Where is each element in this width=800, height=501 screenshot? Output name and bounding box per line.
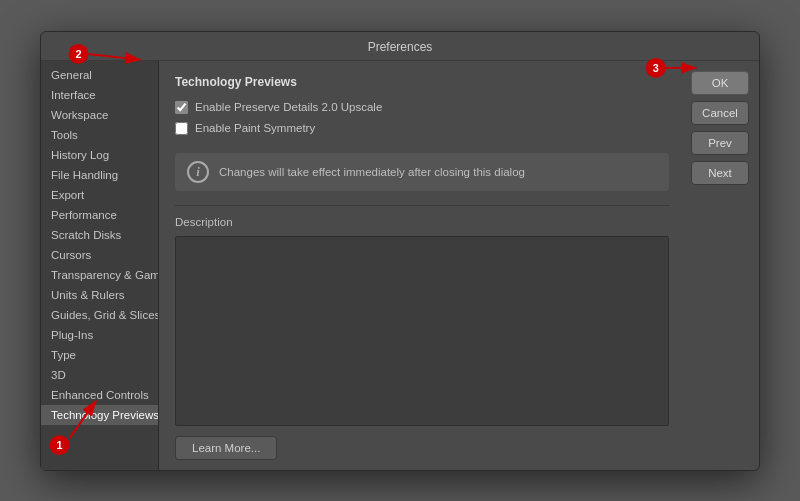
info-text: Changes will take effect immediately aft… <box>219 166 525 178</box>
dialog-body: GeneralInterfaceWorkspaceToolsHistory Lo… <box>41 61 759 470</box>
description-label: Description <box>175 216 669 228</box>
sidebar-item-general[interactable]: General <box>41 65 158 85</box>
ok-button[interactable]: OK <box>691 71 749 95</box>
prev-button[interactable]: Prev <box>691 131 749 155</box>
section-title: Technology Previews <box>175 75 669 89</box>
checkbox-paint-symmetry[interactable] <box>175 122 188 135</box>
learn-more-button[interactable]: Learn More... <box>175 436 277 460</box>
sidebar-item-technology-previews[interactable]: Technology Previews <box>41 405 158 425</box>
cancel-button[interactable]: Cancel <box>691 101 749 125</box>
sidebar-item-workspace[interactable]: Workspace <box>41 105 158 125</box>
info-icon: i <box>187 161 209 183</box>
checkbox-row-1: Enable Preserve Details 2.0 Upscale <box>175 101 669 114</box>
sidebar-item-guides--grid---slices[interactable]: Guides, Grid & Slices <box>41 305 158 325</box>
checkbox-preserve-details[interactable] <box>175 101 188 114</box>
sidebar-item-export[interactable]: Export <box>41 185 158 205</box>
checkbox-paint-symmetry-label: Enable Paint Symmetry <box>195 122 315 134</box>
main-content: Technology Previews Enable Preserve Deta… <box>159 61 685 470</box>
sidebar-item-transparency---gamut[interactable]: Transparency & Gamut <box>41 265 158 285</box>
sidebar: GeneralInterfaceWorkspaceToolsHistory Lo… <box>41 61 159 470</box>
sidebar-item-interface[interactable]: Interface <box>41 85 158 105</box>
preferences-dialog: Preferences GeneralInterfaceWorkspaceToo… <box>40 31 760 471</box>
checkbox-row-2: Enable Paint Symmetry <box>175 122 669 135</box>
sidebar-item-history-log[interactable]: History Log <box>41 145 158 165</box>
right-buttons-panel: OK Cancel Prev Next <box>685 61 759 470</box>
sidebar-item-enhanced-controls[interactable]: Enhanced Controls <box>41 385 158 405</box>
info-box: i Changes will take effect immediately a… <box>175 153 669 191</box>
sidebar-item-file-handling[interactable]: File Handling <box>41 165 158 185</box>
sidebar-item-units---rulers[interactable]: Units & Rulers <box>41 285 158 305</box>
dialog-title: Preferences <box>41 32 759 61</box>
sidebar-item-scratch-disks[interactable]: Scratch Disks <box>41 225 158 245</box>
sidebar-item-3d[interactable]: 3D <box>41 365 158 385</box>
description-area <box>175 236 669 426</box>
sidebar-item-type[interactable]: Type <box>41 345 158 365</box>
next-button[interactable]: Next <box>691 161 749 185</box>
sidebar-item-cursors[interactable]: Cursors <box>41 245 158 265</box>
checkbox-preserve-details-label: Enable Preserve Details 2.0 Upscale <box>195 101 382 113</box>
sidebar-item-performance[interactable]: Performance <box>41 205 158 225</box>
sidebar-item-tools[interactable]: Tools <box>41 125 158 145</box>
divider <box>175 205 669 206</box>
title-text: Preferences <box>368 40 433 54</box>
sidebar-item-plug-ins[interactable]: Plug-Ins <box>41 325 158 345</box>
